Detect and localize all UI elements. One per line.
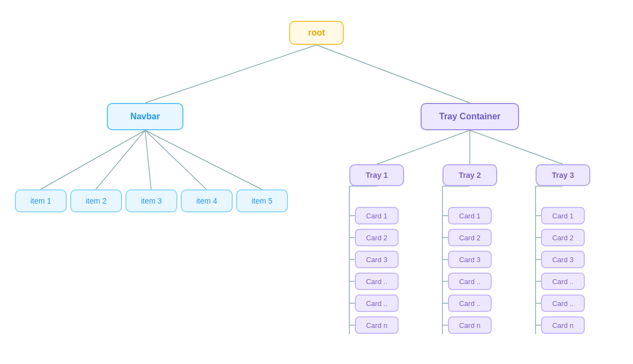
navbar-label: Navbar	[130, 112, 160, 122]
tray3-card-4: Card ..	[541, 273, 585, 290]
tray-container-label: Tray Container	[439, 112, 500, 122]
navbar-item-4: item 4	[181, 189, 233, 212]
tray3-card-5: Card ..	[541, 294, 585, 312]
tray1-card-n: Card n	[355, 316, 399, 334]
navbar-item-1: item 1	[15, 189, 67, 212]
tray2-card-4: Card ..	[448, 273, 492, 290]
tray3-card-n: Card n	[541, 316, 585, 334]
svg-line-9	[470, 130, 563, 164]
navbar-item-5: item 5	[236, 189, 288, 212]
svg-line-3	[96, 130, 145, 189]
tray-container-node: Tray Container	[421, 103, 519, 130]
tray2-card-n: Card n	[448, 316, 492, 334]
svg-line-0	[145, 45, 316, 103]
root-label: root	[308, 28, 325, 38]
tray2-card-2: Card 2	[448, 229, 492, 246]
navbar-item-3: item 3	[125, 189, 177, 212]
tray1-card-1: Card 1	[355, 207, 399, 224]
svg-line-6	[145, 130, 262, 189]
root-node: root	[289, 21, 344, 45]
tray-1-node: Tray 1	[349, 164, 404, 186]
tray1-card-4: Card ..	[355, 273, 399, 290]
tray-3-node: Tray 3	[536, 164, 590, 186]
tray1-card-3: Card 3	[355, 251, 399, 268]
tray3-card-2: Card 2	[541, 229, 585, 246]
svg-line-4	[145, 130, 151, 189]
svg-line-1	[316, 45, 470, 103]
svg-line-5	[145, 130, 206, 189]
tray1-card-5: Card ..	[355, 294, 399, 312]
tray-2-node: Tray 2	[442, 164, 497, 186]
navbar-node: Navbar	[107, 103, 183, 130]
tray2-card-3: Card 3	[448, 251, 492, 268]
tray3-card-1: Card 1	[541, 207, 585, 224]
svg-line-2	[41, 130, 145, 189]
svg-line-7	[377, 130, 470, 164]
tray1-card-2: Card 2	[355, 229, 399, 246]
navbar-item-2: item 2	[70, 189, 122, 212]
tray2-card-5: Card ..	[448, 294, 492, 312]
tray3-card-3: Card 3	[541, 251, 585, 268]
tray2-card-1: Card 1	[448, 207, 492, 224]
